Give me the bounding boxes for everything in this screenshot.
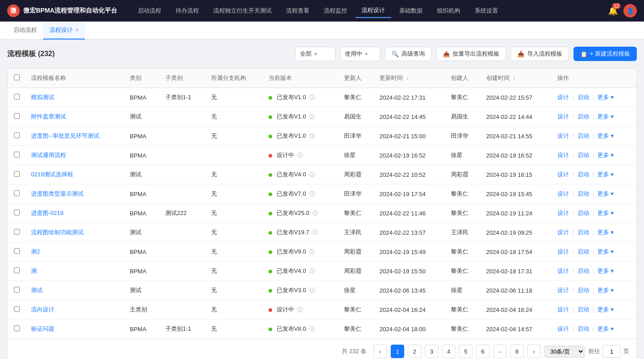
advanced-search-button[interactable]: 🔍 高级查询	[385, 47, 432, 61]
action-design-2[interactable]: 设计	[557, 132, 569, 139]
version-info-icon-0[interactable]: ⓘ	[309, 94, 315, 101]
action-start-9[interactable]: 启动	[578, 267, 589, 274]
row-name-link-10[interactable]: 测试	[31, 287, 43, 293]
user-avatar[interactable]: 👤	[623, 4, 637, 18]
row-checkbox-cell-9[interactable]	[8, 262, 26, 281]
action-start-7[interactable]: 启动	[578, 229, 589, 236]
row-checkbox-4[interactable]	[14, 171, 20, 177]
row-checkbox-1[interactable]	[14, 113, 20, 119]
import-button[interactable]: 📥 导入流程模板	[511, 47, 569, 61]
goto-input[interactable]	[603, 345, 621, 358]
row-name-link-11[interactable]: 流向设计	[31, 306, 54, 313]
action-design-4[interactable]: 设计	[557, 171, 569, 178]
action-design-9[interactable]: 设计	[557, 267, 569, 274]
version-info-icon-9[interactable]: ⓘ	[309, 268, 315, 274]
nav-item-3[interactable]: 流程查看	[280, 4, 316, 18]
row-checkbox-5[interactable]	[14, 190, 20, 196]
app-logo[interactable]: 微 微宏BPMA流程管理和自动化平台	[7, 4, 117, 17]
version-info-icon-2[interactable]: ⓘ	[309, 133, 315, 139]
action-more-4[interactable]: 更多 ▾	[597, 171, 614, 178]
row-name-link-1[interactable]: 附件盖章测试	[31, 113, 66, 120]
nav-item-8[interactable]: 系统设置	[468, 4, 504, 18]
action-design-0[interactable]: 设计	[557, 94, 569, 101]
action-more-6[interactable]: 更多 ▾	[597, 210, 614, 216]
action-design-8[interactable]: 设计	[557, 248, 569, 255]
version-info-icon-1[interactable]: ⓘ	[309, 114, 315, 120]
action-start-5[interactable]: 启动	[578, 190, 589, 197]
row-name-link-3[interactable]: 测试通用流程	[31, 152, 66, 158]
row-checkbox-cell-11[interactable]	[8, 300, 26, 320]
tab-0[interactable]: 启动流程	[7, 22, 43, 39]
row-checkbox-cell-3[interactable]	[8, 146, 26, 165]
action-design-7[interactable]: 设计	[557, 229, 569, 236]
action-start-3[interactable]: 启动	[578, 152, 589, 158]
nav-item-0[interactable]: 启动流程	[132, 4, 168, 18]
action-design-5[interactable]: 设计	[557, 190, 569, 197]
pagination-page-3[interactable]: 3	[425, 345, 438, 358]
nav-item-7[interactable]: 组织机构	[431, 4, 467, 18]
action-more-11[interactable]: 更多 ▾	[597, 306, 614, 313]
nav-item-4[interactable]: 流程监控	[318, 4, 353, 18]
pagination-page-5[interactable]: 5	[459, 345, 472, 358]
action-start-2[interactable]: 启动	[578, 132, 589, 139]
version-info-icon-3[interactable]: ⓘ	[297, 152, 303, 158]
select-all-checkbox[interactable]	[14, 74, 20, 80]
action-start-12[interactable]: 启动	[578, 325, 589, 332]
row-checkbox-cell-5[interactable]	[8, 184, 26, 204]
col-create-time[interactable]: 创建时间 ↕	[481, 69, 552, 88]
action-design-6[interactable]: 设计	[557, 210, 569, 216]
update-time-sort-icon[interactable]: ↕	[406, 75, 409, 81]
action-more-12[interactable]: 更多 ▾	[597, 325, 614, 332]
row-checkbox-9[interactable]	[14, 267, 20, 273]
action-more-7[interactable]: 更多 ▾	[597, 229, 614, 236]
version-info-icon-11[interactable]: ⓘ	[297, 306, 303, 313]
action-more-8[interactable]: 更多 ▾	[597, 248, 614, 255]
row-checkbox-0[interactable]	[14, 94, 20, 100]
action-design-1[interactable]: 设计	[557, 113, 569, 120]
status-filter[interactable]: 使用中 ▼	[340, 47, 380, 61]
tab-1[interactable]: 流程设计×	[43, 22, 85, 39]
row-name-link-12[interactable]: 验证问题	[31, 325, 54, 332]
row-name-link-2[interactable]: 进度图--审批意见环节测试	[31, 132, 99, 139]
pagination-page-8[interactable]: 8	[510, 345, 524, 358]
row-checkbox-cell-6[interactable]	[8, 204, 26, 223]
row-checkbox-3[interactable]	[14, 152, 20, 158]
row-name-link-7[interactable]: 流程图绘制功能测试	[31, 229, 84, 236]
action-start-10[interactable]: 启动	[578, 287, 589, 293]
action-start-4[interactable]: 启动	[578, 171, 589, 178]
action-design-11[interactable]: 设计	[557, 306, 569, 313]
nav-item-5[interactable]: 流程设计	[355, 4, 391, 18]
pagination-next[interactable]: ›	[527, 345, 541, 358]
select-all-cell[interactable]	[8, 69, 26, 88]
pagination-prev[interactable]: ‹	[374, 345, 387, 358]
row-checkbox-6[interactable]	[14, 210, 20, 215]
action-more-10[interactable]: 更多 ▾	[597, 287, 614, 293]
action-start-6[interactable]: 启动	[578, 210, 589, 216]
row-name-link-8[interactable]: 测2	[31, 248, 40, 255]
row-checkbox-cell-2[interactable]	[8, 127, 26, 146]
page-size-select[interactable]: 30条/页 50条/页 100条/页	[544, 346, 585, 358]
version-info-icon-6[interactable]: ⓘ	[313, 210, 318, 216]
action-more-0[interactable]: 更多 ▾	[597, 94, 614, 101]
batch-export-button[interactable]: 📤 批量导出流程模板	[436, 47, 506, 61]
row-name-link-5[interactable]: 进度图类型显示测试	[31, 190, 84, 197]
action-design-10[interactable]: 设计	[557, 287, 569, 293]
row-checkbox-cell-10[interactable]	[8, 281, 26, 300]
row-name-link-9[interactable]: 测	[31, 267, 37, 274]
pagination-page-6[interactable]: 6	[476, 345, 490, 358]
row-checkbox-cell-1[interactable]	[8, 107, 26, 127]
row-checkbox-2[interactable]	[14, 132, 20, 138]
pagination-page-4[interactable]: 4	[442, 345, 455, 358]
create-time-sort-icon[interactable]: ↕	[513, 75, 516, 81]
version-info-icon-12[interactable]: ⓘ	[309, 326, 315, 332]
action-start-11[interactable]: 启动	[578, 306, 589, 313]
action-start-1[interactable]: 启动	[578, 113, 589, 120]
row-checkbox-11[interactable]	[14, 306, 20, 312]
new-template-button[interactable]: 📋 + 新建流程模板	[573, 47, 637, 61]
row-checkbox-8[interactable]	[14, 248, 20, 254]
action-more-5[interactable]: 更多 ▾	[597, 190, 614, 197]
action-start-8[interactable]: 启动	[578, 248, 589, 255]
category-filter[interactable]: 全部 ▼	[295, 47, 335, 61]
row-name-link-6[interactable]: 进度图-0219	[31, 210, 63, 216]
row-checkbox-cell-4[interactable]	[8, 165, 26, 184]
